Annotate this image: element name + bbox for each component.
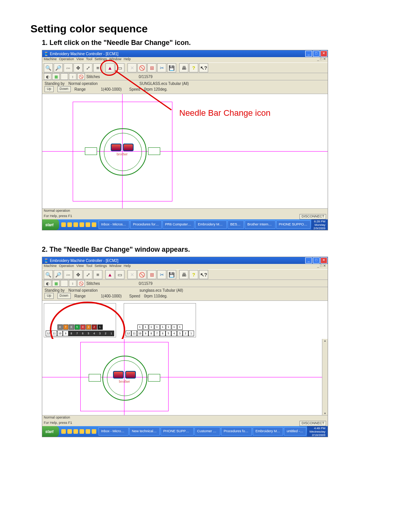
grid-icon[interactable]: ≡ bbox=[93, 270, 102, 279]
mdi-controls[interactable]: _ □ ✕ bbox=[317, 264, 328, 269]
needle-cell[interactable]: 3 bbox=[177, 331, 183, 336]
menu-view[interactable]: View bbox=[76, 57, 84, 62]
print-icon[interactable]: 🖶 bbox=[179, 270, 188, 279]
menu-tool[interactable]: Tool bbox=[86, 264, 92, 269]
task-item[interactable]: PHONE SUPPORT R... bbox=[161, 427, 194, 436]
print-icon[interactable]: 🖶 bbox=[179, 63, 188, 72]
disconnect-button[interactable]: DISCONNECT bbox=[299, 214, 326, 219]
menu-view[interactable]: View bbox=[76, 264, 84, 269]
task-item[interactable]: BES-960 bbox=[228, 220, 244, 229]
color-swatch[interactable]: 1 bbox=[177, 324, 183, 330]
menu-help[interactable]: Help bbox=[124, 57, 131, 62]
boxes-icon[interactable]: ⊞ bbox=[147, 270, 156, 279]
needle-cell[interactable]: 1 bbox=[188, 331, 194, 336]
palette-right[interactable]: 11111111 121110987654321 bbox=[124, 303, 196, 337]
task-item[interactable]: PR6 Computer Que... bbox=[162, 220, 194, 229]
fit-icon[interactable]: ✥ bbox=[73, 270, 83, 279]
start-button[interactable]: start bbox=[42, 426, 59, 437]
menu-window[interactable]: Window bbox=[109, 264, 121, 269]
needle-cell[interactable]: 4 bbox=[171, 331, 177, 336]
needle-cell[interactable]: 5 bbox=[166, 331, 171, 336]
needle-cell[interactable]: 8 bbox=[148, 331, 154, 336]
disconnect-button[interactable]: DISCONNECT bbox=[299, 421, 326, 426]
color-swatch[interactable]: 1 bbox=[160, 324, 166, 330]
whats-this-icon[interactable]: ↖? bbox=[199, 63, 208, 72]
menu-help[interactable]: Help bbox=[124, 264, 131, 269]
needle-cell[interactable]: 12 bbox=[126, 331, 131, 336]
color-swatch[interactable]: 1 bbox=[166, 324, 171, 330]
minimize-button[interactable]: _ bbox=[305, 51, 312, 57]
down-button[interactable]: Down bbox=[57, 293, 71, 299]
task-item[interactable]: Procedures for sewi... bbox=[221, 427, 252, 436]
fit2-icon[interactable]: ⤢ bbox=[83, 63, 92, 72]
minimize-button[interactable]: _ bbox=[305, 257, 312, 264]
start-button[interactable]: start bbox=[42, 219, 59, 230]
help-icon[interactable]: ? bbox=[189, 270, 198, 279]
zoom-in-icon[interactable]: 🔍 bbox=[44, 63, 53, 72]
task-item[interactable]: Customer Master bbox=[194, 427, 220, 436]
needle-cell[interactable]: 2 bbox=[183, 331, 188, 336]
whats-this-icon[interactable]: ↖? bbox=[199, 270, 208, 279]
color-swatch[interactable]: 1 bbox=[137, 324, 143, 330]
maximize-button[interactable]: □ bbox=[313, 257, 320, 264]
menu-machine[interactable]: Machine bbox=[44, 57, 57, 62]
scissors-icon[interactable]: ✂ bbox=[157, 63, 166, 72]
delete-icon[interactable]: ✕ bbox=[127, 63, 137, 72]
design-canvas[interactable]: brother bbox=[42, 339, 328, 415]
save-icon[interactable]: 💾 bbox=[167, 270, 176, 279]
zoom-out-icon[interactable]: 🔎 bbox=[54, 270, 63, 279]
tool-e-icon[interactable]: 🚫 bbox=[77, 280, 85, 287]
needle-cell[interactable]: 10 bbox=[137, 331, 143, 336]
menu-machine[interactable]: Machine bbox=[44, 264, 57, 269]
tool-b-icon[interactable]: ▦ bbox=[52, 280, 60, 287]
vertical-scrollbar[interactable]: ▴▾ bbox=[322, 339, 328, 415]
zoom-out-icon[interactable]: 🔎 bbox=[54, 63, 63, 72]
tool-c-icon[interactable] bbox=[61, 280, 68, 287]
quick-launch[interactable] bbox=[59, 429, 99, 434]
needle-cell[interactable]: 6 bbox=[160, 331, 166, 336]
color-swatch[interactable]: 1 bbox=[172, 324, 177, 330]
task-item[interactable]: Procedures for sew... bbox=[130, 220, 162, 229]
task-item[interactable]: Inbox - Microsoft O... bbox=[99, 220, 130, 229]
menu-tool[interactable]: Tool bbox=[86, 57, 92, 62]
fit-icon[interactable]: ✥ bbox=[73, 63, 83, 72]
fit2-icon[interactable]: ⤢ bbox=[83, 270, 92, 279]
task-item[interactable]: untitled - Paint bbox=[284, 427, 306, 436]
system-tray[interactable]: 4:49 PM Wednesday 2/18/2009 bbox=[307, 426, 328, 437]
help-icon[interactable]: ? bbox=[189, 63, 198, 72]
task-item[interactable]: Embroidery Machin... bbox=[195, 220, 227, 229]
needle-cell[interactable]: 7 bbox=[154, 331, 160, 336]
task-item[interactable]: PHONE SUPPORT R... bbox=[276, 220, 311, 229]
task-item[interactable]: Inbox - Microsoft O... bbox=[99, 427, 129, 436]
color-swatch[interactable]: 1 bbox=[143, 324, 148, 330]
maximize-button[interactable]: □ bbox=[313, 51, 320, 57]
color-swatch[interactable]: 1 bbox=[149, 324, 154, 330]
close-button[interactable]: ✕ bbox=[320, 51, 327, 57]
zoom-area-icon[interactable]: ⌕▭ bbox=[64, 63, 73, 72]
menu-operation[interactable]: Operation bbox=[59, 57, 74, 62]
down-button[interactable]: Down bbox=[57, 86, 71, 92]
tool-a-icon[interactable]: ◐ bbox=[44, 73, 51, 80]
tool-a-icon[interactable]: ◐ bbox=[44, 280, 51, 287]
needle-cell[interactable]: 11 bbox=[131, 331, 137, 336]
task-item[interactable]: Embroidery Machin... bbox=[253, 427, 283, 436]
delete-icon[interactable]: ✕ bbox=[127, 270, 137, 279]
boxes-icon[interactable]: ⊞ bbox=[147, 63, 156, 72]
hoop-icon[interactable]: ▭ bbox=[115, 270, 124, 279]
task-item[interactable]: Brother Internation... bbox=[245, 220, 275, 229]
tool-e-icon[interactable]: 🚫 bbox=[77, 73, 85, 80]
close-button[interactable]: ✕ bbox=[320, 257, 327, 264]
tool-b-icon[interactable]: ▦ bbox=[52, 73, 60, 80]
tool-c-icon[interactable] bbox=[61, 73, 68, 80]
up-button[interactable]: Up bbox=[45, 86, 54, 92]
needle-bar-change-icon[interactable]: ▲ bbox=[105, 270, 115, 279]
task-item[interactable]: New technical docu... bbox=[129, 427, 160, 436]
menu-operation[interactable]: Operation bbox=[59, 264, 74, 269]
needle-cell[interactable]: 9 bbox=[143, 331, 148, 336]
quick-launch[interactable] bbox=[59, 222, 99, 227]
system-tray[interactable]: 6:28 PM Monday 2/9/2009 bbox=[311, 219, 328, 230]
tool-d-icon[interactable]: ↕ bbox=[69, 73, 76, 80]
scissors-icon[interactable]: ✂ bbox=[157, 270, 166, 279]
zoom-in-icon[interactable]: 🔍 bbox=[44, 270, 53, 279]
stop-icon[interactable]: 🚫 bbox=[137, 63, 147, 72]
